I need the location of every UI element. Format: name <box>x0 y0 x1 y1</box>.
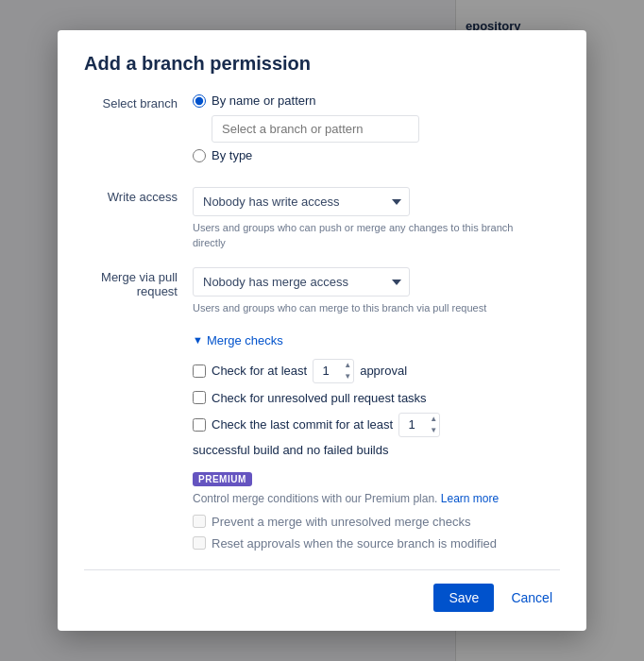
check3-stepper[interactable]: ▲ ▼ <box>398 413 440 437</box>
premium-check2-label[interactable]: Reset approvals when the source branch i… <box>212 536 497 551</box>
by-type-label[interactable]: By type <box>212 148 252 162</box>
merge-access-content: Nobody has merge access Users and groups… <box>193 267 560 315</box>
check2-checkbox[interactable] <box>193 391 206 404</box>
select-branch-row: Select branch By name or pattern By type <box>84 93 560 170</box>
by-name-radio-row: By name or pattern <box>193 93 560 108</box>
save-button[interactable]: Save <box>433 584 494 612</box>
check3-suffix[interactable]: successful build and no failed builds <box>193 443 388 457</box>
merge-access-help: Users and groups who can merge to this b… <box>193 301 514 315</box>
write-access-content: Nobody has write access Users and groups… <box>193 187 560 250</box>
check1-stepper-arrows: ▲ ▼ <box>344 360 351 382</box>
merge-access-dropdown-wrapper: Nobody has merge access <box>193 267 410 297</box>
check1-stepper[interactable]: ▲ ▼ <box>313 359 354 383</box>
merge-access-label: Merge via pull request <box>84 267 193 298</box>
branch-pattern-input[interactable] <box>212 115 419 143</box>
premium-badge: PREMIUM <box>193 472 252 486</box>
check2-row: Check for unresolved pull request tasks <box>193 391 560 405</box>
check3-stepper-input[interactable] <box>401 417 422 432</box>
checks-section: Check for at least ▲ ▼ approval Check fo… <box>193 359 560 551</box>
premium-section: PREMIUM Control merge conditions with ou… <box>193 470 560 551</box>
select-branch-content: By name or pattern By type <box>193 93 560 170</box>
modal-title: Add a branch permission <box>84 53 560 75</box>
learn-more-link[interactable]: Learn more <box>441 492 499 505</box>
write-access-label: Write access <box>84 187 193 204</box>
modal-footer: Save Cancel <box>84 569 560 612</box>
check3-up-arrow[interactable]: ▲ <box>430 414 437 425</box>
by-type-radio-row: By type <box>193 148 560 162</box>
check1-up-arrow[interactable]: ▲ <box>344 360 351 371</box>
check3-down-arrow[interactable]: ▼ <box>430 425 437 436</box>
write-access-dropdown-wrapper: Nobody has write access <box>193 187 410 216</box>
premium-check1-row: Prevent a merge with unresolved merge ch… <box>193 515 560 529</box>
check3-stepper-arrows: ▲ ▼ <box>430 414 437 436</box>
check2-label[interactable]: Check for unresolved pull request tasks <box>212 391 427 405</box>
check1-suffix[interactable]: approval <box>360 364 407 378</box>
premium-check2-row: Reset approvals when the source branch i… <box>193 536 560 551</box>
check1-checkbox[interactable] <box>193 364 206 378</box>
write-access-dropdown[interactable]: Nobody has write access <box>193 187 410 216</box>
write-access-help: Users and groups who can push or merge a… <box>193 221 514 250</box>
check1-stepper-input[interactable] <box>315 364 336 378</box>
by-type-radio[interactable] <box>193 149 206 162</box>
premium-text: Control merge conditions with our Premiu… <box>193 492 560 505</box>
check3-label[interactable]: Check the last commit for at least <box>212 417 393 432</box>
premium-check2-checkbox[interactable] <box>193 536 206 550</box>
check3-row: Check the last commit for at least ▲ ▼ s… <box>193 413 560 457</box>
select-branch-label: Select branch <box>84 93 193 110</box>
check1-label[interactable]: Check for at least <box>212 364 307 378</box>
add-branch-permission-modal: Add a branch permission Select branch By… <box>58 30 586 630</box>
chevron-down-icon: ▼ <box>193 334 203 346</box>
check3-checkbox[interactable] <box>193 418 206 432</box>
merge-access-row: Merge via pull request Nobody has merge … <box>84 267 560 315</box>
by-name-radio[interactable] <box>193 94 206 108</box>
check1-down-arrow[interactable]: ▼ <box>344 371 351 382</box>
merge-access-dropdown[interactable]: Nobody has merge access <box>193 267 410 297</box>
merge-checks-toggle[interactable]: ▼ Merge checks <box>193 333 560 347</box>
write-access-row: Write access Nobody has write access Use… <box>84 187 560 250</box>
premium-check1-checkbox[interactable] <box>193 515 206 528</box>
cancel-button[interactable]: Cancel <box>503 584 560 612</box>
by-name-label[interactable]: By name or pattern <box>212 93 316 108</box>
check1-row: Check for at least ▲ ▼ approval <box>193 359 560 383</box>
premium-check1-label[interactable]: Prevent a merge with unresolved merge ch… <box>212 515 471 529</box>
